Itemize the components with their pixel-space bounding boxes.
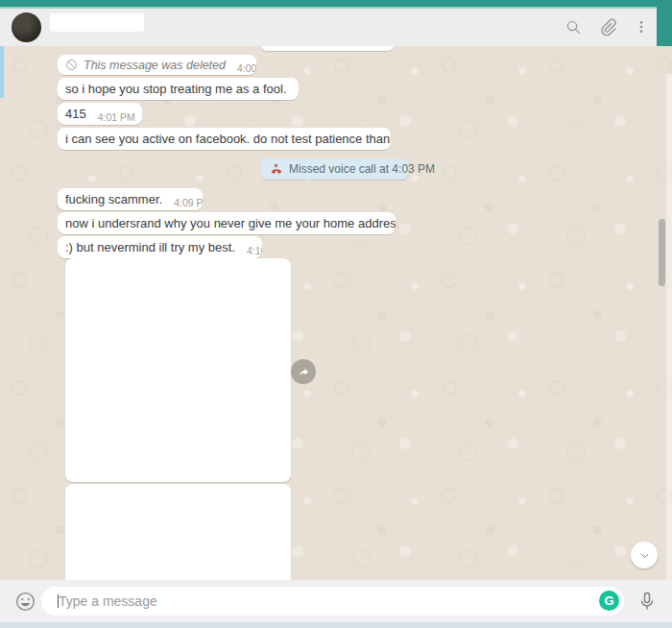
- paperclip-icon[interactable]: [598, 17, 617, 36]
- message-time: 4:00 PM: [226, 62, 256, 74]
- message-time: 4:10 PM: [235, 245, 262, 256]
- right-edge-strip: [666, 74, 672, 580]
- forward-arrow-icon: [297, 365, 311, 379]
- chat-header: [0, 9, 657, 46]
- missed-call-icon: [270, 162, 283, 176]
- emoji-icon[interactable]: [14, 591, 36, 613]
- cropped-message-bubble: [261, 46, 394, 51]
- message-text: 415: [65, 107, 86, 121]
- message-text: now i undersrand why you never give me y…: [65, 216, 396, 230]
- message-bubble-deleted[interactable]: This message was deleted 4:00 PM: [58, 55, 256, 75]
- message-time: 4:09 PM: [162, 197, 203, 208]
- window-frame-top: [0, 0, 672, 9]
- message-input[interactable]: [41, 587, 624, 616]
- message-bubble[interactable]: i can see you active on facebook. do not…: [58, 128, 391, 150]
- message-bubble[interactable]: :) but nevermind ill try my best. 4:10 P…: [58, 236, 262, 258]
- blocked-icon: [65, 59, 78, 71]
- deleted-message-text: This message was deleted: [65, 59, 226, 72]
- grammarly-icon[interactable]: G: [599, 591, 619, 611]
- message-text: so i hope you stop treating me as a fool…: [65, 82, 287, 96]
- scrollbar-thumb[interactable]: [659, 219, 665, 286]
- missed-call-notification[interactable]: Missed voice call at 4:03 PM: [261, 158, 408, 180]
- missed-call-text: Missed voice call at 4:03 PM: [289, 162, 435, 176]
- menu-kebab-icon[interactable]: [632, 17, 651, 36]
- window-bottom-strip: [0, 622, 672, 628]
- message-bubble[interactable]: fucking scammer. 4:09 PM: [58, 188, 203, 210]
- search-icon[interactable]: [564, 17, 583, 36]
- message-text: :) but nevermind ill try my best.: [65, 240, 235, 254]
- contact-avatar[interactable]: [12, 12, 41, 42]
- message-text: fucking scammer.: [65, 192, 162, 206]
- scroll-to-bottom-button[interactable]: [631, 542, 658, 568]
- message-bubble[interactable]: now i undersrand why you never give me y…: [58, 212, 396, 234]
- composer-bar: G: [0, 580, 672, 622]
- microphone-icon[interactable]: [636, 590, 659, 613]
- message-bubble[interactable]: so i hope you stop treating me as a fool…: [58, 78, 299, 100]
- image-message-redacted[interactable]: [65, 484, 291, 580]
- message-time: 4:01 PM: [86, 111, 135, 123]
- chat-message-area: This message was deleted 4:00 PM so i ho…: [0, 46, 672, 580]
- left-edge-strip: [0, 46, 4, 98]
- image-message-redacted[interactable]: [65, 258, 291, 482]
- message-bubble[interactable]: 415 4:01 PM: [58, 103, 142, 125]
- message-time: 4:01 PM: [287, 86, 299, 98]
- forward-message-button[interactable]: [291, 359, 316, 384]
- contact-name-redacted[interactable]: [50, 13, 144, 32]
- chevron-down-icon: [638, 549, 651, 562]
- message-text: i can see you active on facebook. do not…: [65, 132, 391, 146]
